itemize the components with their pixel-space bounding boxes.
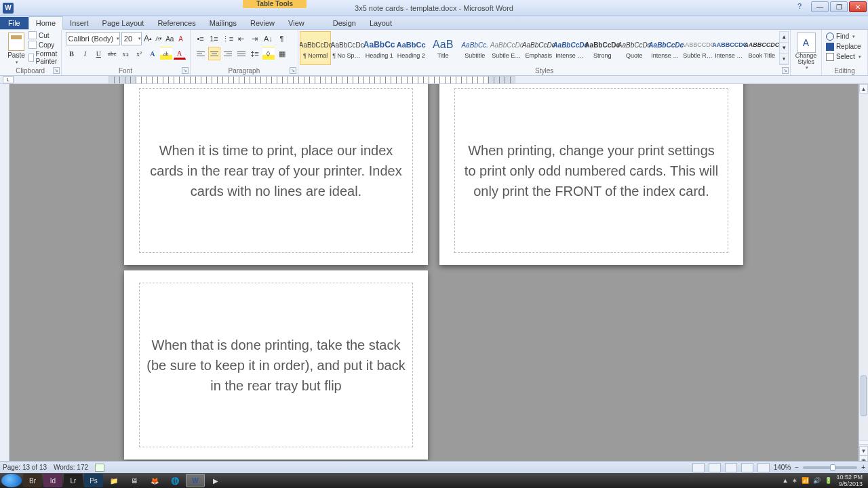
taskbar-app[interactable]: Lr	[64, 474, 83, 487]
zoom-level[interactable]: 140%	[774, 464, 791, 471]
tab-mailings[interactable]: Mailings	[203, 17, 243, 29]
subscript-button[interactable]: x₂	[119, 47, 132, 60]
close-button[interactable]: ✕	[849, 1, 867, 12]
split-handle[interactable]	[859, 441, 868, 445]
index-card-page[interactable]: When that is done printing, take the sta…	[124, 270, 428, 460]
card-text[interactable]: When that is done printing, take the sta…	[146, 335, 406, 396]
superscript-button[interactable]: x²	[133, 47, 145, 60]
horizontal-ruler[interactable]	[108, 76, 515, 84]
scroll-up-button[interactable]: ▲	[859, 84, 868, 94]
file-tab[interactable]: File	[0, 17, 28, 29]
style-intense-q-[interactable]: AaBbCcDcIntense Q...	[650, 31, 682, 65]
tab-page-layout[interactable]: Page Layout	[96, 17, 151, 29]
vertical-scrollbar[interactable]: ▲ ▼ ◉	[859, 84, 868, 465]
start-button[interactable]	[1, 474, 22, 487]
cut-button[interactable]: Cut	[28, 31, 61, 39]
bold-button[interactable]: B	[66, 47, 78, 60]
style-quote[interactable]: AaBbCcDcQuote	[618, 31, 650, 65]
tab-view[interactable]: View	[281, 17, 311, 29]
style-heading-1[interactable]: AaBbCcHeading 1	[363, 31, 395, 65]
decrease-indent-button[interactable]: ⇤	[235, 32, 248, 45]
taskbar-app[interactable]: 📁	[104, 474, 123, 487]
web-layout-view-button[interactable]	[725, 463, 737, 472]
justify-button[interactable]	[235, 47, 248, 60]
replace-button[interactable]: Replace	[826, 41, 863, 52]
outline-view-button[interactable]	[741, 463, 753, 472]
index-card-page[interactable]: When printing, change your print setting…	[439, 84, 743, 265]
styles-scroll-up[interactable]: ▲	[780, 32, 788, 43]
multilevel-list-button[interactable]: ⋮≡	[222, 32, 234, 45]
tab-table-layout[interactable]: Layout	[363, 17, 399, 29]
grow-font-button[interactable]: A▴	[143, 33, 153, 45]
taskbar-app[interactable]: 🌐	[165, 474, 184, 487]
style--normal[interactable]: AaBbCcDc¶ Normal	[300, 31, 331, 65]
taskbar-app[interactable]: Id	[43, 474, 62, 487]
styles-scroll-down[interactable]: ▼	[780, 43, 788, 54]
styles-dialog-launcher[interactable]: ↘	[782, 67, 789, 74]
zoom-out-button[interactable]: −	[795, 464, 799, 471]
style-subtitle[interactable]: AaBbCc.Subtitle	[459, 31, 490, 65]
card-cell[interactable]: When that is done printing, take the sta…	[139, 283, 413, 447]
align-left-button[interactable]	[195, 47, 207, 60]
shrink-font-button[interactable]: A▾	[154, 33, 163, 45]
font-name-combo[interactable]: Calibri (Body)▾	[66, 32, 120, 45]
increase-indent-button[interactable]: ⇥	[249, 32, 261, 45]
sort-button[interactable]: A↓	[262, 32, 275, 45]
borders-button[interactable]: ▦	[276, 47, 288, 60]
font-color-button[interactable]: A	[174, 48, 186, 60]
tab-references[interactable]: References	[151, 17, 202, 29]
paragraph-dialog-launcher[interactable]: ↘	[290, 67, 296, 74]
card-text[interactable]: When printing, change your print setting…	[462, 140, 721, 201]
zoom-slider[interactable]	[803, 466, 857, 469]
style-intense-e-[interactable]: AaBbCcDcIntense E...	[555, 31, 586, 65]
find-button[interactable]: Find▾	[826, 31, 863, 41]
system-tray[interactable]: ▲ ∗ 📶 🔊 🔋 10:52 PM 9/5/2013	[783, 474, 867, 487]
align-right-button[interactable]	[222, 47, 234, 60]
copy-button[interactable]: Copy	[28, 41, 61, 49]
highlight-button[interactable]: ab	[160, 47, 172, 60]
network-icon[interactable]: 📶	[802, 477, 809, 484]
change-case-button[interactable]: Aa	[165, 33, 174, 45]
maximize-button[interactable]: ❐	[830, 1, 848, 12]
numbering-button[interactable]: 1≡	[208, 32, 220, 45]
italic-button[interactable]: I	[79, 47, 91, 60]
draft-view-button[interactable]	[757, 463, 770, 472]
taskbar-app[interactable]: Ps	[84, 474, 103, 487]
zoom-thumb[interactable]	[830, 464, 835, 471]
font-dialog-launcher[interactable]: ↘	[182, 67, 189, 74]
battery-icon[interactable]: 🔋	[825, 477, 832, 484]
taskbar-app[interactable]: 🦊	[145, 474, 164, 487]
clock[interactable]: 10:52 PM 9/5/2013	[836, 474, 863, 487]
style--no-spaci-[interactable]: AaBbCcDc¶ No Spaci...	[332, 31, 363, 65]
style-strong[interactable]: AaBbCcDcStrong	[587, 31, 618, 65]
tab-review[interactable]: Review	[243, 17, 281, 29]
format-painter-button[interactable]: Format Painter	[28, 50, 61, 65]
styles-more-button[interactable]: ▾	[780, 54, 788, 64]
clear-formatting-button[interactable]: A	[176, 33, 185, 45]
align-center-button[interactable]	[208, 47, 220, 60]
clipboard-dialog-launcher[interactable]: ↘	[53, 67, 60, 74]
style-intense-re-[interactable]: AABBCCDCIntense Re...	[714, 31, 745, 65]
taskbar-app[interactable]: 🖥	[125, 474, 144, 487]
tab-insert[interactable]: Insert	[63, 17, 96, 29]
taskbar-app[interactable]: ▶	[206, 474, 225, 487]
app-icon[interactable]: W	[3, 3, 14, 14]
card-text[interactable]: When it is time to print, place our inde…	[146, 140, 406, 201]
text-effects-button[interactable]: A	[146, 47, 159, 60]
tray-icon[interactable]: ▲	[783, 477, 789, 484]
show-marks-button[interactable]: ¶	[276, 32, 288, 45]
scroll-down-button[interactable]: ▼	[859, 446, 868, 455]
bullets-button[interactable]: •≡	[195, 32, 207, 45]
style-emphasis[interactable]: AaBbCcDcEmphasis	[523, 31, 554, 65]
style-book-title[interactable]: AABBCCDCBook Title	[746, 31, 777, 65]
ruler-toggle[interactable]: L	[3, 76, 14, 83]
full-screen-view-button[interactable]	[709, 463, 721, 472]
volume-icon[interactable]: 🔊	[813, 477, 821, 484]
shading-button[interactable]: ◊	[262, 47, 275, 60]
card-cell[interactable]: When printing, change your print setting…	[454, 88, 728, 253]
strikethrough-button[interactable]: abc	[106, 47, 118, 60]
vertical-ruler[interactable]	[0, 84, 9, 465]
bluetooth-icon[interactable]: ∗	[792, 477, 797, 484]
index-card-page[interactable]: When it is time to print, place our inde…	[124, 84, 428, 265]
proofing-icon[interactable]	[95, 464, 104, 472]
